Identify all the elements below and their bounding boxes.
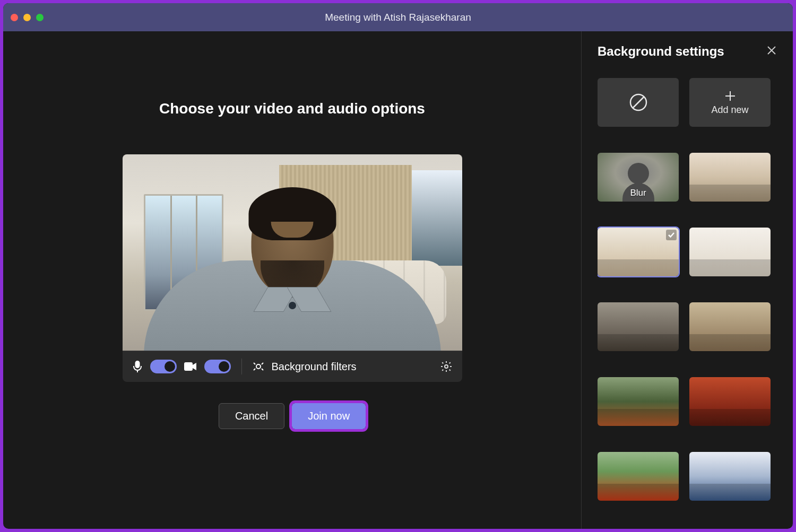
svg-point-3	[256, 364, 261, 369]
titlebar: Meeting with Atish Rajasekharan	[3, 3, 793, 31]
action-row: Cancel Join now	[219, 403, 366, 429]
svg-rect-2	[184, 362, 193, 371]
add-new-label: Add new	[711, 104, 748, 116]
window-close-button[interactable]	[11, 14, 18, 21]
window-minimize-button[interactable]	[23, 14, 31, 21]
svg-line-8	[633, 97, 644, 108]
none-icon	[628, 92, 648, 112]
background-option-room-9[interactable]	[689, 452, 771, 501]
plus-icon	[724, 90, 737, 102]
close-panel-button[interactable]	[766, 45, 777, 58]
avatar-icon	[628, 163, 649, 184]
background-option-room-5[interactable]	[689, 302, 771, 351]
panel-header: Background settings	[598, 44, 777, 59]
window-maximize-button[interactable]	[36, 14, 44, 21]
mic-icon	[132, 361, 143, 372]
background-option-none[interactable]	[598, 78, 679, 127]
settings-button[interactable]	[440, 360, 453, 373]
blur-label: Blur	[630, 188, 646, 198]
background-option-room-6[interactable]	[598, 377, 679, 426]
join-now-button[interactable]: Join now	[292, 403, 366, 429]
main-area: Choose your video and audio options	[3, 31, 582, 529]
panel-title: Background settings	[598, 44, 724, 59]
check-icon	[666, 230, 677, 240]
background-option-blur[interactable]: Blur	[598, 153, 679, 202]
av-controls-bar: Background filters	[123, 351, 462, 382]
background-option-room-7[interactable]	[689, 377, 771, 426]
background-option-room-2[interactable]	[598, 228, 679, 276]
svg-point-4	[445, 365, 448, 368]
video-toggle[interactable]	[204, 360, 231, 373]
video-preview	[123, 154, 462, 351]
background-option-room-1[interactable]	[689, 153, 771, 202]
video-icon	[184, 362, 197, 371]
background-option-room-4[interactable]	[598, 302, 679, 351]
app-window: Meeting with Atish Rajasekharan Choose y…	[3, 3, 793, 529]
gear-icon	[440, 360, 453, 373]
video-preview-card: Background filters	[123, 154, 462, 382]
filters-icon	[253, 361, 264, 372]
window-controls	[11, 14, 44, 21]
cancel-button[interactable]: Cancel	[219, 403, 284, 429]
page-title: Choose your video and audio options	[159, 100, 425, 117]
background-settings-panel: Background settings Add n	[582, 31, 793, 529]
window-title: Meeting with Atish Rajasekharan	[325, 12, 471, 23]
background-grid[interactable]: Add new Blur	[598, 78, 777, 516]
content: Choose your video and audio options	[3, 31, 793, 529]
mic-toggle[interactable]	[150, 360, 177, 373]
svg-rect-0	[135, 361, 139, 368]
background-filters-button[interactable]: Background filters	[272, 361, 432, 373]
close-icon	[766, 45, 777, 56]
background-option-add-new[interactable]: Add new	[689, 78, 771, 127]
background-option-room-3[interactable]	[689, 228, 771, 276]
separator	[241, 359, 242, 374]
background-option-room-8[interactable]	[598, 452, 679, 501]
preview-person	[149, 186, 436, 351]
